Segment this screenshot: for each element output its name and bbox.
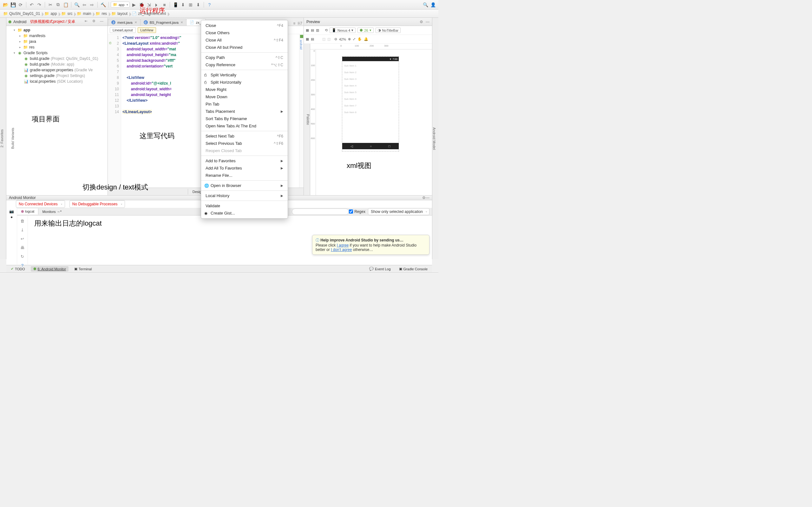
viewport-icon[interactable]: ▦	[306, 37, 309, 41]
tree-gradle[interactable]: ▾◉Gradle Scripts	[7, 50, 107, 56]
menu-item[interactable]: ⎙Split Vertically	[201, 71, 288, 78]
menu-item[interactable]: Copy Path^⇧C	[201, 54, 288, 61]
attach-icon[interactable]: ⇲	[146, 1, 153, 8]
menu-item[interactable]: ⎙Split Horizontally	[201, 78, 288, 86]
save-icon[interactable]: 💾	[9, 1, 16, 8]
tab-monitors[interactable]: Monitors →*	[38, 209, 65, 215]
build-icon[interactable]: 🔨	[100, 1, 107, 8]
stop-icon[interactable]: ■	[161, 1, 168, 8]
menu-item[interactable]: Sort Tabs By Filename	[201, 115, 288, 122]
tree-item[interactable]: ▸📁java	[7, 39, 107, 44]
menu-item[interactable]: 🌐Open in Browser▶	[201, 182, 288, 189]
profile-icon[interactable]: ⏵	[153, 1, 160, 8]
pan-icon[interactable]: ✋	[357, 37, 362, 41]
sdk-icon[interactable]: ⬇	[180, 1, 187, 8]
scroll-end-icon[interactable]: ⤓	[19, 226, 26, 233]
theme-select[interactable]: ◑ NoTitleBar	[375, 27, 401, 33]
back-icon[interactable]: ⇦	[81, 1, 88, 8]
crumb-3[interactable]: 📁main	[75, 11, 94, 16]
tree-app[interactable]: ▾📁app	[7, 27, 107, 33]
menu-item[interactable]: Rename File...	[201, 172, 288, 179]
tree-item[interactable]: 📊local.properties (SDK Location)	[7, 78, 107, 84]
crumb-listview[interactable]: ListView	[138, 27, 156, 33]
redo-icon[interactable]: ↷	[36, 1, 43, 8]
close-icon[interactable]: ✕	[135, 20, 137, 24]
menu-item[interactable]: Add to Favorites▶	[201, 157, 288, 164]
undo-icon[interactable]: ↶	[28, 1, 35, 8]
crumb-2[interactable]: 📁src	[59, 11, 75, 16]
process-select[interactable]: No Debuggable Processes	[69, 200, 125, 208]
menu-item[interactable]: Move Right	[201, 86, 288, 93]
avd-icon[interactable]: 📱	[172, 1, 179, 8]
tab-logcat[interactable]: ⬢ logcat	[17, 209, 38, 215]
zoom-fit-icon[interactable]: ⤢	[353, 37, 356, 41]
tab-favorites[interactable]: 2: Favorites	[0, 129, 4, 147]
tab-android-model[interactable]: Android Model	[432, 127, 436, 150]
editor-tab[interactable]: Jment.java✕	[108, 19, 141, 26]
regex-checkbox[interactable]: Regex	[349, 210, 365, 214]
forward-icon[interactable]: ⇨	[89, 1, 96, 8]
palette-tab[interactable]: Palette	[304, 44, 310, 195]
sync-icon[interactable]: ⟳	[17, 1, 24, 8]
menu-item[interactable]: Local History▶	[201, 192, 288, 199]
gear-icon[interactable]: ⚙	[422, 195, 426, 200]
run-config-select[interactable]: 📁app	[111, 2, 130, 8]
search-everywhere-icon[interactable]: 🔍	[422, 1, 429, 8]
tab-list-icon[interactable]: ⎘7	[297, 21, 304, 26]
api-select[interactable]: ⬢ 26 ▾	[357, 27, 373, 33]
zoom-in-icon[interactable]: ⊕	[348, 37, 351, 41]
gear-icon[interactable]: ⚙	[420, 20, 423, 24]
palette-toggle-icon[interactable]: ▦	[306, 28, 309, 32]
crumb-6[interactable]: 📄zx_fragment.xml	[130, 11, 168, 16]
close-icon[interactable]: ✕	[181, 20, 183, 24]
gear-icon[interactable]: ⚙	[92, 19, 98, 25]
project-tree[interactable]: ▾📁app ▸📁manifests ▸📁java ▸📁res ▾◉Gradle …	[6, 26, 107, 86]
hide-icon[interactable]: —	[100, 19, 106, 25]
crumb-0[interactable]: 📁QiuShi_Day01_01	[1, 11, 43, 16]
crumb-4[interactable]: 📁res	[94, 11, 109, 16]
clear-icon[interactable]: 🗑	[19, 217, 26, 224]
agree-link[interactable]: I agree	[337, 243, 349, 247]
record-icon[interactable]: ●	[10, 215, 13, 219]
layers-icon[interactable]: ◫	[327, 37, 331, 41]
orientation-icon[interactable]: ⟲	[325, 28, 328, 32]
tree-item[interactable]: 📊gradle-wrapper.properties (Gradle Ve	[7, 67, 107, 73]
notifications-icon[interactable]: 🔔	[364, 37, 368, 41]
hide-icon[interactable]: —	[426, 195, 429, 200]
restart-icon[interactable]: ↻	[19, 253, 26, 260]
menu-item[interactable]: Tabs Placement▶	[201, 108, 288, 115]
crumb-5[interactable]: 📁layout	[109, 11, 130, 16]
editor-tab[interactable]: CBS_Fragment.java✕	[140, 19, 187, 26]
menu-item[interactable]: Validate	[201, 202, 288, 210]
menu-item[interactable]: Select Previous Tab^⇧F6	[201, 140, 288, 147]
tree-item[interactable]: ◉settings.gradle (Project Settings)	[7, 73, 107, 78]
tree-item[interactable]: ▸📁manifests	[7, 33, 107, 39]
tree-item[interactable]: ▸📁res	[7, 44, 107, 50]
layers-icon[interactable]: ◫	[322, 37, 325, 41]
menu-item[interactable]: ◉Create Gist...	[201, 210, 288, 217]
cut-icon[interactable]: ✂	[47, 1, 54, 8]
paste-icon[interactable]: 📋	[62, 1, 69, 8]
menu-item[interactable]: Close All^⇧F4	[201, 37, 288, 44]
print-icon[interactable]: 🖶	[19, 244, 26, 251]
hide-icon[interactable]: —	[426, 20, 429, 24]
user-icon[interactable]: 👤	[429, 1, 437, 8]
menu-item[interactable]: Close^F4	[201, 22, 288, 29]
wrap-icon[interactable]: ≡	[292, 21, 297, 26]
screenshot-icon[interactable]: 📷	[9, 209, 14, 214]
tab-build-variants[interactable]: Build Variants	[11, 128, 14, 149]
tree-item[interactable]: ◉build.gradle (Project: QiuShi_Day01_01)	[7, 56, 107, 61]
copy-icon[interactable]: ⧉	[55, 1, 61, 8]
menu-item[interactable]: Pin Tab	[201, 101, 288, 108]
device-select[interactable]: 📱 Nexus 4 ▾	[329, 27, 356, 33]
menu-item[interactable]: Open New Tabs At The End	[201, 122, 288, 130]
find-icon[interactable]: 🔍	[73, 1, 80, 8]
theme-icon[interactable]: ⬇	[195, 1, 202, 8]
filter-select[interactable]: Show only selected application	[368, 208, 429, 215]
layout-inspector-icon[interactable]: ⊞	[187, 1, 194, 8]
run-icon[interactable]: ▶	[131, 1, 137, 8]
menu-item[interactable]: Close All but Pinned	[201, 44, 288, 51]
menu-item[interactable]: Move Down	[201, 93, 288, 101]
crumb-1[interactable]: 📁app	[43, 11, 59, 16]
palette-toggle-icon[interactable]: ▥	[316, 28, 319, 32]
